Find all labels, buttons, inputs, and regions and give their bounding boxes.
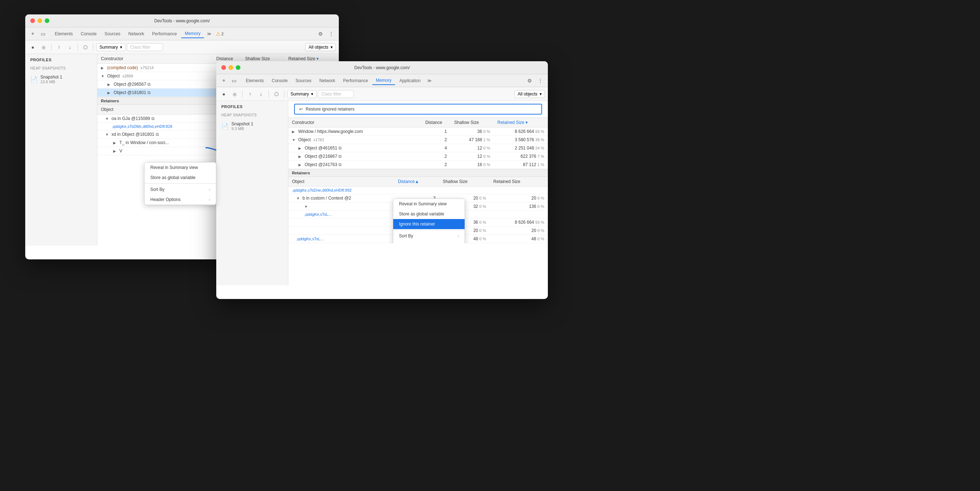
expand-icon[interactable]: ▶ — [113, 149, 118, 153]
profiles-panel-1: Profiles HEAP SNAPSHOTS 📄 Snapshot 1 13.… — [25, 54, 97, 246]
ctx-reveal-2[interactable]: Reveal in Summary view — [393, 199, 465, 209]
col-constructor-1[interactable]: Constructor — [97, 54, 213, 64]
ctx-headeropts-1[interactable]: Header Options › — [145, 194, 216, 205]
copy-icon[interactable]: ⧉ — [339, 154, 342, 159]
cursor-icon-2[interactable]: ⌖ — [219, 76, 229, 85]
table-row[interactable]: ▼ Object x1782 2 47 188 1 % 3 580 576 39… — [288, 136, 548, 144]
expand-icon[interactable]: ▼ — [296, 196, 301, 200]
summary-dropdown-1[interactable]: Summary ▾ — [96, 43, 126, 51]
download-icon-2[interactable]: ↓ — [256, 89, 266, 99]
more-icon-2[interactable]: ⋮ — [536, 76, 545, 85]
ret2-col-object[interactable]: Object — [288, 177, 394, 187]
heap-label-2: HEAP SNAPSHOTS — [216, 111, 288, 119]
close-button-1[interactable] — [30, 18, 35, 23]
ctx-headeropts-2[interactable]: Header Options › — [393, 241, 465, 243]
overflow-tabs-2[interactable]: ≫ — [425, 77, 434, 85]
upload-icon-1[interactable]: ↑ — [54, 43, 64, 52]
snapshot-item-2[interactable]: 📄 Snapshot 1 9.3 MB — [216, 119, 288, 133]
retainers-scroll-2[interactable]: Object Distance▲ Shallow Size Retained S… — [288, 177, 548, 243]
col-shallow-2[interactable]: Shallow Size — [450, 118, 494, 127]
expand-icon[interactable]: ▼ — [105, 133, 110, 137]
tab-performance-1[interactable]: Performance — [148, 30, 181, 38]
expand-icon[interactable]: ▶ — [113, 141, 118, 145]
ctx-ignore-2[interactable]: Ignore this retainer — [393, 219, 465, 229]
more-icon-1[interactable]: ⋮ — [326, 29, 336, 38]
minimize-button-1[interactable] — [38, 18, 42, 23]
class-filter-1[interactable]: Class filter — [127, 43, 163, 51]
expand-icon[interactable]: ▶ — [107, 91, 113, 95]
shallow-cell: 36 0 % — [450, 127, 494, 136]
table-row[interactable]: ▶ Object @216867 ⧉ 2 12 0 % 622 376 7 % — [288, 153, 548, 160]
copy-icon[interactable]: ⧉ — [339, 162, 342, 167]
ctx-sortby-2[interactable]: Sort By › — [393, 231, 465, 241]
stop-icon-1[interactable]: ◉ — [39, 43, 48, 52]
record-icon-2[interactable]: ● — [219, 89, 229, 99]
ret2-col-shallow[interactable]: Shallow Size — [439, 177, 490, 187]
table-scroll-2[interactable]: Constructor Distance Shallow Size Retain… — [288, 118, 548, 169]
copy-icon[interactable]: ⧉ — [147, 82, 151, 87]
constructor-name: Object @241763 — [305, 162, 337, 167]
copy-icon[interactable]: ⧉ — [339, 146, 342, 151]
col-constructor-2[interactable]: Constructor — [288, 118, 422, 127]
box-icon-1[interactable]: ▭ — [38, 29, 48, 38]
close-button-2[interactable] — [221, 65, 226, 70]
ctx-store-2[interactable]: Store as global variable — [393, 209, 465, 219]
cursor-icon-1[interactable]: ⌖ — [28, 29, 38, 38]
restore-ignored-btn[interactable]: ↩ Restore ignored retainers — [294, 104, 542, 114]
expand-icon[interactable]: ▶ — [101, 66, 106, 70]
camera-icon-2[interactable]: ⬡ — [272, 89, 281, 99]
copy-icon[interactable]: ⧉ — [147, 90, 151, 95]
ctx-sortby-1[interactable]: Sort By › — [145, 184, 216, 194]
expand-icon[interactable]: ▼ — [101, 74, 106, 78]
tab-application-2[interactable]: Application — [396, 77, 424, 85]
table-row[interactable]: ▶ Window / https://www.google.com 1 36 0… — [288, 127, 548, 136]
snapshot-item-1[interactable]: 📄 Snapshot 1 13.6 MB — [25, 72, 97, 86]
overflow-tabs-1[interactable]: ≫ — [205, 30, 214, 38]
tab-console-2[interactable]: Console — [268, 77, 291, 85]
tab-performance-2[interactable]: Performance — [339, 77, 372, 85]
tab-network-2[interactable]: Network — [316, 77, 339, 85]
class-filter-2[interactable]: Class filter — [318, 90, 354, 98]
tab-console-1[interactable]: Console — [77, 30, 100, 38]
tab-elements-1[interactable]: Elements — [51, 30, 76, 38]
table-row[interactable]: ▶ Object @461651 ⧉ 4 12 0 % 2 251 048 24… — [288, 144, 548, 153]
download-icon-1[interactable]: ↓ — [65, 43, 75, 52]
copy-icon[interactable]: ⧉ — [156, 132, 159, 137]
tab-sources-1[interactable]: Sources — [101, 30, 124, 38]
summary-dropdown-2[interactable]: Summary ▾ — [287, 90, 317, 98]
retainer-row[interactable]: ,qddgKe,sTsDne,dtl0hd,eHDfl:992 — [288, 187, 548, 194]
all-objects-2[interactable]: All objects ▾ — [514, 90, 545, 98]
expand-icon[interactable]: ▼ — [105, 117, 110, 121]
ctx-store-1[interactable]: Store as global variable — [145, 173, 216, 183]
all-objects-1[interactable]: All objects ▾ — [305, 43, 336, 51]
ret2-col-retained[interactable]: Retained Size — [490, 177, 548, 187]
copy-icon[interactable]: ⧉ — [151, 116, 154, 121]
expand-icon[interactable]: ▶ — [298, 154, 304, 159]
col-retained-2[interactable]: Retained Size ▾ — [494, 118, 548, 127]
maximize-button-1[interactable] — [45, 18, 49, 23]
upload-icon-2[interactable]: ↑ — [245, 89, 255, 99]
tab-elements-2[interactable]: Elements — [242, 77, 267, 85]
col-distance-2[interactable]: Distance — [422, 118, 450, 127]
tab-sources-2[interactable]: Sources — [292, 77, 315, 85]
expand-icon[interactable]: ▶ — [298, 146, 304, 150]
maximize-button-2[interactable] — [236, 65, 240, 70]
expand-icon[interactable]: ▼ — [304, 205, 309, 208]
minimize-button-2[interactable] — [229, 65, 233, 70]
stop-icon-2[interactable]: ◉ — [230, 89, 239, 99]
box-icon-2[interactable]: ▭ — [229, 76, 239, 85]
expand-icon[interactable]: ▶ — [298, 163, 304, 167]
gear-icon-2[interactable]: ⚙ — [525, 76, 534, 85]
expand-icon[interactable]: ▶ — [107, 83, 113, 86]
tab-network-1[interactable]: Network — [125, 30, 148, 38]
expand-icon[interactable]: ▼ — [292, 138, 297, 142]
table-row[interactable]: ▶ Object @241763 ⧉ 2 16 0 % 87 112 1 % — [288, 160, 548, 169]
tab-memory-1[interactable]: Memory — [181, 30, 204, 38]
gear-icon-1[interactable]: ⚙ — [316, 29, 325, 38]
ctx-reveal-1[interactable]: Reveal in Summary view — [145, 162, 216, 173]
record-icon-1[interactable]: ● — [28, 43, 38, 52]
tab-memory-2[interactable]: Memory — [372, 76, 395, 85]
ret2-col-distance[interactable]: Distance▲ — [394, 177, 439, 187]
expand-icon[interactable]: ▶ — [292, 130, 297, 133]
camera-icon-1[interactable]: ⬡ — [81, 43, 90, 52]
